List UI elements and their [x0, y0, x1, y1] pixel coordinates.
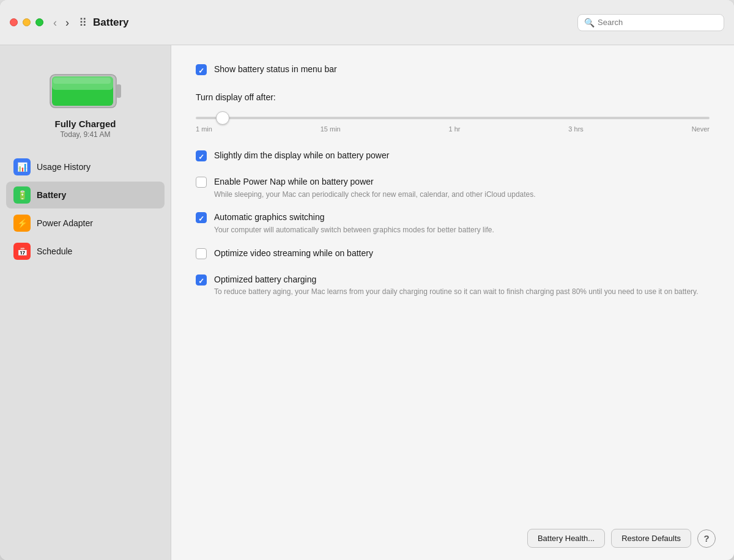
traffic-lights [10, 18, 43, 26]
optimize-video-row: Optimize video streaming while on batter… [196, 248, 710, 262]
sidebar-item-power-adapter[interactable]: ⚡ Power Adapter [6, 210, 165, 237]
bottom-bar: Battery Health... Restore Defaults ? [527, 529, 716, 548]
sidebar-nav: 📊 Usage History 🔋 Battery ⚡ Power Adapte… [6, 153, 165, 266]
battery-health-button[interactable]: Battery Health... [527, 529, 605, 548]
sidebar-item-usage-history[interactable]: 📊 Usage History [6, 153, 165, 180]
schedule-label: Schedule [37, 246, 72, 256]
optimized-charging-label-group: Optimized battery charging To reduce bat… [214, 274, 710, 297]
power-nap-description: While sleeping, your Mac can periodicall… [214, 190, 710, 200]
usage-history-label: Usage History [37, 162, 91, 172]
sidebar: Fully Charged Today, 9:41 AM 📊 Usage His… [0, 45, 171, 560]
display-off-section: Turn display off after: 1 min 15 min 1 h… [196, 92, 710, 133]
page-title: Battery [93, 17, 577, 29]
power-nap-label-group: Enable Power Nap while on battery power … [214, 176, 710, 199]
optimize-video-label[interactable]: Optimize video streaming while on batter… [214, 248, 373, 258]
auto-graphics-label-group: Automatic graphics switching Your comput… [214, 212, 710, 235]
display-off-slider[interactable] [196, 117, 710, 119]
help-button[interactable]: ? [697, 529, 716, 548]
show-battery-label[interactable]: Show battery status in menu bar [214, 64, 337, 74]
restore-defaults-button[interactable]: Restore Defaults [611, 529, 691, 548]
slider-label-15min: 15 min [321, 125, 341, 133]
search-input[interactable] [598, 18, 717, 27]
auto-graphics-description: Your computer will automatically switch … [214, 225, 710, 235]
power-nap-label[interactable]: Enable Power Nap while on battery power [214, 177, 374, 186]
optimized-charging-description: To reduce battery aging, your Mac learns… [214, 287, 710, 297]
slider-label-1min: 1 min [196, 125, 212, 133]
slightly-dim-checkbox-wrapper [196, 150, 207, 164]
slider-labels: 1 min 15 min 1 hr 3 hrs Never [196, 125, 710, 133]
slightly-dim-row: Slightly dim the display while on batter… [196, 150, 710, 164]
grid-icon: ⠿ [79, 16, 87, 29]
battery-icon: 🔋 [13, 186, 31, 204]
show-battery-checkbox[interactable] [196, 64, 207, 75]
power-nap-checkbox[interactable] [196, 177, 207, 188]
display-off-label: Turn display off after: [196, 92, 710, 102]
power-nap-row: Enable Power Nap while on battery power … [196, 176, 710, 199]
forward-button[interactable]: › [63, 16, 72, 29]
show-battery-status-row: Show battery status in menu bar [196, 64, 710, 78]
main-content: Fully Charged Today, 9:41 AM 📊 Usage His… [0, 45, 734, 560]
svg-rect-4 [53, 78, 111, 84]
battery-graphic-container [49, 70, 122, 112]
battery-time: Today, 9:41 AM [61, 130, 111, 139]
slightly-dim-label-group: Slightly dim the display while on batter… [214, 150, 710, 162]
battery-status: Fully Charged [54, 119, 116, 129]
slider-label-1hr: 1 hr [449, 125, 461, 133]
optimize-video-checkbox-wrapper [196, 248, 207, 262]
show-battery-label-group: Show battery status in menu bar [214, 64, 710, 76]
optimized-charging-checkbox-wrapper [196, 274, 207, 288]
titlebar: ‹ › ⠿ Battery 🔍 [0, 0, 734, 45]
svg-rect-3 [116, 84, 121, 98]
optimize-video-label-group: Optimize video streaming while on batter… [214, 248, 710, 260]
optimize-video-checkbox[interactable] [196, 248, 207, 259]
sidebar-item-battery[interactable]: 🔋 Battery [6, 182, 165, 208]
slightly-dim-checkbox[interactable] [196, 150, 207, 161]
power-adapter-icon: ⚡ [13, 215, 31, 232]
minimize-button[interactable] [23, 18, 31, 26]
close-button[interactable] [10, 18, 18, 26]
power-adapter-label: Power Adapter [37, 218, 93, 228]
slightly-dim-label[interactable]: Slightly dim the display while on batter… [214, 150, 389, 160]
power-nap-checkbox-wrapper [196, 177, 207, 190]
battery-image [49, 70, 122, 112]
optimized-charging-row: Optimized battery charging To reduce bat… [196, 274, 710, 297]
slider-label-never: Never [692, 125, 710, 133]
optimized-charging-checkbox[interactable] [196, 274, 207, 286]
sidebar-item-schedule[interactable]: 📅 Schedule [6, 238, 165, 265]
schedule-icon: 📅 [13, 243, 31, 260]
nav-arrows: ‹ › [51, 16, 72, 29]
auto-graphics-checkbox-wrapper [196, 212, 207, 226]
search-bar: 🔍 [577, 14, 724, 31]
right-panel: Show battery status in menu bar Turn dis… [171, 45, 734, 560]
auto-graphics-label[interactable]: Automatic graphics switching [214, 212, 325, 222]
auto-graphics-row: Automatic graphics switching Your comput… [196, 212, 710, 235]
battery-label: Battery [37, 190, 66, 200]
auto-graphics-checkbox[interactable] [196, 212, 207, 223]
optimized-charging-label[interactable]: Optimized battery charging [214, 274, 316, 284]
back-button[interactable]: ‹ [51, 16, 59, 29]
slider-label-3hrs: 3 hrs [568, 125, 583, 133]
search-icon: 🔍 [584, 18, 595, 28]
maximize-button[interactable] [35, 18, 43, 26]
usage-history-icon: 📊 [13, 158, 31, 175]
main-window: ‹ › ⠿ Battery 🔍 [0, 0, 734, 560]
show-battery-checkbox-wrapper [196, 64, 207, 78]
